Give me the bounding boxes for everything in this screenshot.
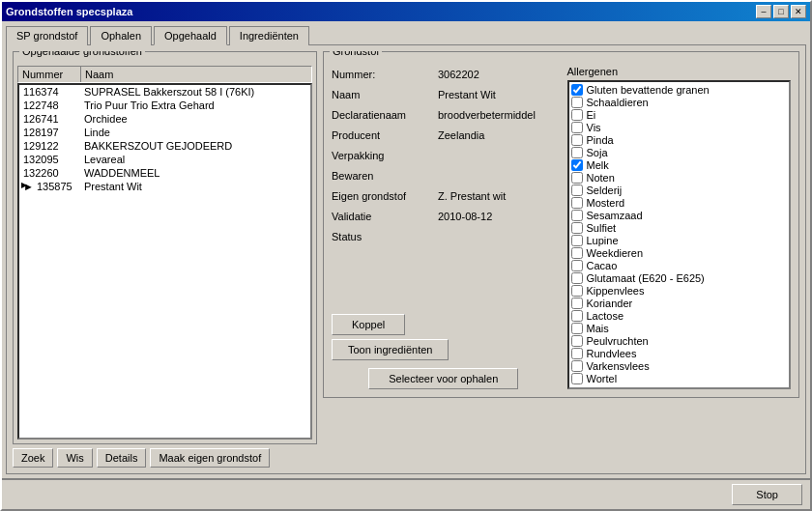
allergen-checkbox[interactable] (571, 197, 583, 209)
row-nummer: 116374 (21, 86, 82, 98)
minimize-button[interactable]: – (756, 5, 771, 18)
tab-content: Opgehaalde grondstoffen Nummer Naam 1163… (6, 44, 806, 474)
allergen-checkbox[interactable] (571, 348, 583, 359)
wis-button[interactable]: Wis (57, 448, 92, 468)
maak-eigen-grondstof-button[interactable]: Maak eigen grondstof (150, 448, 270, 468)
field-row: Eigen grondstof Z. Prestant wit (332, 187, 556, 205)
allergenen-title: Allergenen (567, 66, 792, 77)
zoek-button[interactable]: Zoek (13, 448, 53, 468)
allergen-label: Lupine (587, 235, 619, 246)
maximize-button[interactable]: □ (773, 5, 789, 18)
allergen-item: Gluten bevattende granen (571, 84, 788, 96)
allergen-label: Vis (587, 122, 601, 133)
allergen-label: Peulvruchten (587, 335, 649, 347)
allergenen-list: Gluten bevattende granenSchaaldierenEiVi… (567, 80, 792, 389)
allergen-checkbox[interactable] (571, 84, 583, 96)
allergen-checkbox[interactable] (571, 272, 583, 284)
tab-ingredienten[interactable]: Ingrediënten (229, 26, 309, 45)
grondstof-list[interactable]: 116374 SUPRASEL Bakkerszout 58 I (76KI) … (17, 83, 312, 440)
allergen-checkbox[interactable] (571, 109, 583, 121)
allergen-item: Pinda (571, 134, 788, 146)
allergen-checkbox[interactable] (571, 260, 583, 271)
row-naam: BAKKERSZOUT GEJODEERD (82, 140, 308, 152)
allergen-checkbox[interactable] (571, 147, 583, 158)
allergen-checkbox[interactable] (571, 323, 583, 334)
row-naam: SUPRASEL Bakkerszout 58 I (76KI) (82, 86, 308, 98)
allergen-label: Soja (587, 147, 608, 158)
allergen-checkbox[interactable] (571, 222, 583, 234)
main-window: Grondstoffen specsplaza – □ ✕ SP grondst… (0, 0, 812, 511)
list-item[interactable]: ► 135875 Prestant Wit (19, 180, 310, 193)
tab-opgehaald[interactable]: Opgehaald (154, 26, 227, 45)
list-item[interactable]: 129122 BAKKERSZOUT GEJODEERD (19, 139, 310, 153)
allergen-label: Cacao (587, 260, 618, 271)
allergen-checkbox[interactable] (571, 360, 583, 372)
row-nummer: ► 135875 (21, 181, 82, 192)
details-button[interactable]: Details (97, 448, 147, 468)
allergenen-panel: Allergenen Gluten bevattende granenSchaa… (567, 66, 792, 389)
allergen-checkbox[interactable] (571, 134, 583, 146)
row-naam: Orchidee (82, 113, 308, 125)
tab-sp-grondstof[interactable]: SP grondstof (6, 26, 88, 45)
allergen-checkbox[interactable] (571, 122, 583, 133)
allergen-item: Vis (571, 122, 788, 133)
grondstof-group: Grondstof Nummer: 3062202 Naam Prestant … (323, 51, 799, 398)
field-label: Verpakking (332, 150, 438, 161)
tab-ophalen[interactable]: Ophalen (90, 26, 152, 45)
row-nummer: 132260 (21, 167, 82, 179)
allergen-label: Melk (587, 159, 609, 171)
allergen-item: Peulvruchten (571, 335, 788, 347)
list-item[interactable]: 132260 WADDENMEEL (19, 166, 310, 180)
row-naam: Levareal (82, 154, 308, 165)
stop-button[interactable]: Stop (732, 484, 802, 505)
allergen-item: Mais (571, 323, 788, 334)
field-label: Producent (332, 129, 438, 141)
allergen-label: Gluten bevattende granen (587, 84, 710, 96)
main-area: Opgehaalde grondstoffen Nummer Naam 1163… (13, 51, 799, 468)
allergen-checkbox[interactable] (571, 298, 583, 309)
allergen-item: Schaaldieren (571, 97, 788, 108)
row-nummer: 129122 (21, 140, 82, 152)
allergen-checkbox[interactable] (571, 210, 583, 221)
allergen-item: Lactose (571, 310, 788, 322)
left-panel: Opgehaalde grondstoffen Nummer Naam 1163… (13, 51, 317, 468)
allergen-checkbox[interactable] (571, 235, 583, 246)
list-item[interactable]: 128197 Linde (19, 126, 310, 139)
column-naam[interactable]: Naam (81, 67, 311, 82)
allergen-item: Glutamaat (E620 - E625) (571, 272, 788, 284)
allergen-item: Weekdieren (571, 247, 788, 259)
row-nummer: 132095 (21, 154, 82, 165)
select-btn-row: Selecteer voor ophalen (332, 368, 556, 389)
field-row: Validatie 2010-08-12 (332, 208, 556, 225)
koppel-button[interactable]: Koppel (332, 314, 405, 335)
list-item[interactable]: 122748 Trio Puur Trio Extra Gehard (19, 99, 310, 112)
allergen-checkbox[interactable] (571, 97, 583, 108)
allergen-checkbox[interactable] (571, 247, 583, 259)
field-row: Nummer: 3062202 (332, 66, 556, 83)
allergen-checkbox[interactable] (571, 172, 583, 184)
list-item[interactable]: 132095 Levareal (19, 153, 310, 166)
allergen-checkbox[interactable] (571, 335, 583, 347)
allergen-item: Melk (571, 159, 788, 171)
allergen-checkbox[interactable] (571, 159, 583, 171)
list-item[interactable]: 126741 Orchidee (19, 112, 310, 126)
allergen-item: Lupine (571, 235, 788, 246)
list-item[interactable]: 116374 SUPRASEL Bakkerszout 58 I (76KI) (19, 85, 310, 99)
toon-ingredienten-button[interactable]: Toon ingrediënten (332, 339, 449, 360)
allergen-label: Mosterd (587, 197, 625, 209)
column-nummer[interactable]: Nummer (18, 67, 81, 82)
close-button[interactable]: ✕ (791, 5, 806, 18)
field-row: Status (332, 228, 556, 245)
allergen-item: Wortel (571, 373, 788, 384)
row-naam: Prestant Wit (82, 181, 308, 192)
row-nummer: 128197 (21, 127, 82, 138)
allergen-checkbox[interactable] (571, 285, 583, 297)
allergen-checkbox[interactable] (571, 185, 583, 196)
allergen-item: Noten (571, 172, 788, 184)
allergen-checkbox[interactable] (571, 310, 583, 322)
field-row: Bewaren (332, 167, 556, 185)
allergen-checkbox[interactable] (571, 373, 583, 384)
field-label: Status (332, 231, 438, 242)
field-label: Nummer: (332, 69, 438, 80)
selecteer-voor-ophalen-button[interactable]: Selecteer voor ophalen (368, 368, 518, 389)
